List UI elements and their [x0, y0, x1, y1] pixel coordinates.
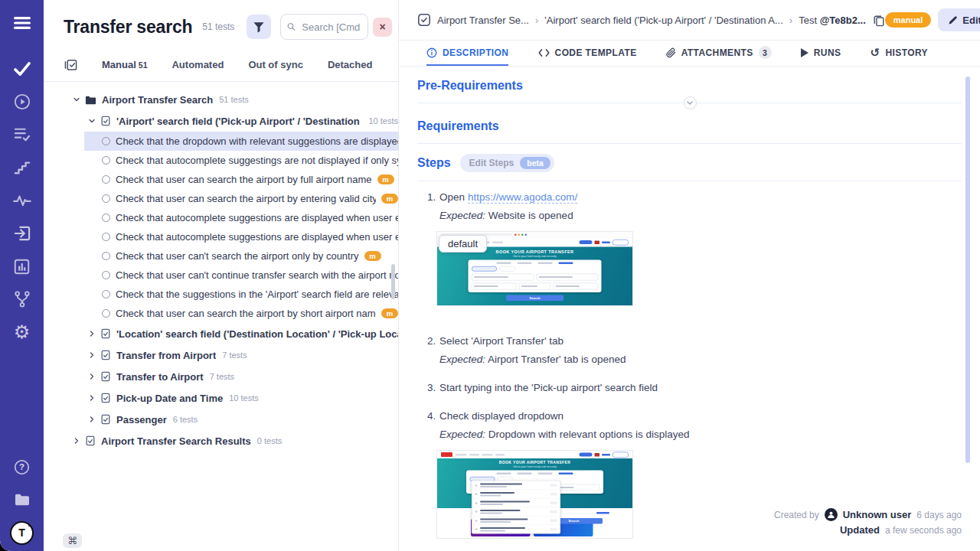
analytics-chart-icon[interactable] [0, 257, 44, 276]
app-window: ⚙ ? T' Transfer search 51 tests × [0, 0, 980, 551]
close-search-button[interactable]: × [373, 18, 392, 37]
play-icon [801, 48, 808, 57]
tab-automated[interactable]: Automated [172, 59, 224, 70]
tree-suite[interactable]: Transfer from Airport7 tests [44, 344, 398, 366]
tab-description[interactable]: DESCRIPTION [426, 41, 508, 66]
filter-button[interactable] [247, 15, 271, 39]
step-item: 2.Select 'Airport Transfer' tab Expected… [427, 335, 962, 365]
tests-check-icon[interactable] [0, 60, 44, 78]
test-count: 0 tests [257, 436, 282, 445]
runs-play-icon[interactable] [0, 93, 44, 111]
steps-stairs-icon[interactable] [0, 158, 44, 177]
tree-test-case[interactable]: Check that autocomplete suggestions are … [44, 208, 398, 227]
breadcrumb-suite[interactable]: Airport Transfer Se... [437, 15, 529, 26]
tab-detached[interactable]: Detached [328, 59, 373, 70]
right-scrollbar-thumb[interactable] [965, 77, 970, 463]
breadcrumb-separator: › [535, 15, 538, 26]
suite-doc-icon [100, 414, 111, 425]
copy-icon[interactable] [873, 14, 885, 27]
tree-test-case[interactable]: Check that user can search the airport b… [44, 304, 398, 323]
tree-suite[interactable]: Airport Transfer Search Results0 tests [44, 430, 398, 452]
tree-item-label: Check that user can't search the airport… [116, 250, 359, 262]
tree-item-label: Check that user can search the airport b… [116, 174, 372, 185]
tree-test-case[interactable]: Check that autocomplete suggestings are … [44, 151, 398, 170]
search-input[interactable] [300, 21, 361, 34]
pencil-icon [948, 15, 958, 25]
test-status-circle-icon [102, 233, 110, 241]
step-attachment-image[interactable]: BOOK YOUR AIRPORT TRANSFER Get to your h… [436, 450, 633, 539]
tree-test-case[interactable]: Check that autocomplete suggestions are … [44, 227, 398, 246]
chevron-right-icon[interactable] [87, 350, 97, 360]
branches-icon[interactable] [0, 290, 44, 308]
chevron-down-icon[interactable] [71, 94, 82, 105]
test-status-circle-icon [102, 175, 110, 184]
divider [417, 143, 962, 144]
test-count: 51 tests [219, 95, 249, 104]
collapse-toggle[interactable] [684, 96, 697, 109]
manual-flag-badge: m [364, 251, 381, 261]
tree-item-label: 'Location' search field ('Destination Lo… [116, 328, 398, 340]
chevron-right-icon[interactable] [87, 328, 97, 339]
user-avatar-icon [825, 508, 838, 521]
test-tree-panel: Transfer search 51 tests × Manual51 Auto… [44, 0, 399, 551]
updated-label: Updated [840, 524, 880, 536]
tab-runs[interactable]: RUNS [801, 41, 841, 66]
pulse-activity-icon[interactable] [0, 191, 44, 210]
tree-item-label: Check that autocomplete suggestions are … [116, 212, 398, 223]
chevron-right-icon[interactable] [87, 414, 97, 425]
test-count: 7 tests [210, 372, 234, 381]
logo-letter: T [18, 527, 25, 539]
tree-suite[interactable]: 'Location' search field ('Destination Lo… [44, 323, 398, 344]
expected-label: Expected: [439, 354, 485, 365]
step-attachment-image[interactable]: default BOOK YOUR AIRPORT TRANSFER Get t… [436, 231, 633, 306]
documentation-folder-icon[interactable] [0, 491, 44, 509]
chevron-right-icon[interactable] [87, 393, 97, 403]
tree-test-case[interactable]: Check that user can search the airport b… [44, 189, 398, 208]
breadcrumb-test: Test @Te8b2... [799, 15, 866, 26]
tree-item-label: Airport Transfer Search Results [101, 435, 251, 447]
tree-test-case[interactable]: Check that user can't continue transfer … [44, 266, 398, 285]
tab-out-of-sync[interactable]: Out of sync [248, 59, 303, 70]
svg-text:?: ? [19, 462, 24, 471]
detail-header: Airport Transfer Se... › 'Airport' searc… [399, 0, 980, 41]
tree-test-case[interactable]: Check that user can't search the airport… [44, 246, 398, 266]
tab-history[interactable]: ↺ HISTORY [871, 41, 928, 66]
creator-name: Unknown user [843, 509, 912, 520]
edit-steps-button[interactable]: Edit Steps beta [460, 154, 554, 172]
test-status-circle-icon [102, 271, 110, 279]
tree-suite[interactable]: Pick-up Date and Time10 tests [44, 387, 398, 409]
tree-item-label: Passenger [116, 414, 167, 425]
command-shortcut-hint[interactable]: ⌘ [63, 533, 82, 548]
select-all-icon[interactable] [64, 58, 77, 71]
search-icon [287, 21, 296, 32]
tab-manual[interactable]: Manual51 [102, 59, 147, 70]
step-link[interactable]: https://www.agoda.com/ [468, 191, 577, 204]
tab-code-template[interactable]: CODE TEMPLATE [538, 41, 637, 66]
tree-test-case[interactable]: Check that user can search the airport b… [44, 170, 398, 189]
import-signin-icon[interactable] [0, 224, 44, 243]
tree-suite[interactable]: 'Airport' search field ('Pick-up Airport… [44, 110, 398, 132]
help-icon[interactable]: ? [0, 458, 44, 476]
settings-gear-icon[interactable]: ⚙ [0, 323, 44, 341]
menu-icon[interactable] [0, 14, 44, 32]
tree-test-case[interactable]: Check that the dropdown with relevant su… [44, 132, 398, 151]
paperclip-icon [666, 47, 676, 58]
test-plans-icon[interactable] [0, 126, 44, 144]
tree-suite[interactable]: Transfer to Airport7 tests [44, 366, 398, 387]
chevron-down-icon[interactable] [87, 116, 97, 126]
tree-suite[interactable]: Airport Transfer Search51 tests [44, 89, 398, 110]
tree-item-label: Check that user can't continue transfer … [116, 269, 398, 281]
divider [417, 181, 962, 181]
manual-badge: manual [885, 12, 932, 28]
breadcrumb-subsuite[interactable]: 'Airport' search field ('Pick-up Airport… [544, 15, 783, 26]
profile-avatar[interactable]: T' [0, 523, 44, 542]
tree-suite[interactable]: Passenger6 tests [44, 409, 398, 430]
left-scrollbar-thumb[interactable] [391, 264, 395, 299]
test-tree: Airport Transfer Search51 tests'Airport'… [44, 82, 398, 452]
tab-attachments[interactable]: ATTACHMENTS 3 [666, 41, 772, 66]
edit-button[interactable]: Edit [938, 8, 980, 31]
tree-test-case[interactable]: Check that the suggestions in the 'Airpo… [44, 285, 398, 304]
chevron-right-icon[interactable] [71, 435, 82, 446]
icon-sidebar: ⚙ ? T' [0, 0, 44, 551]
chevron-right-icon[interactable] [87, 371, 97, 382]
